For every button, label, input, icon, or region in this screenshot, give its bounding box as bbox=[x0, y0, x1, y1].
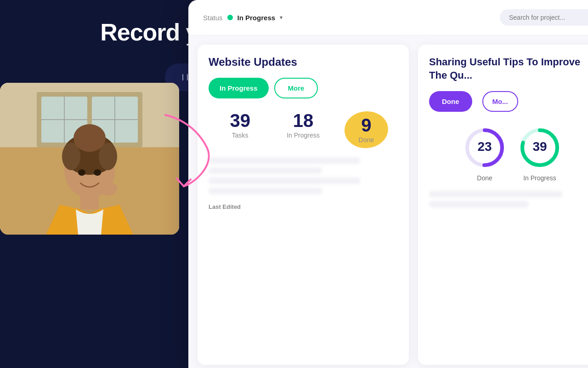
status-value: In Progress bbox=[237, 14, 276, 22]
status-filter[interactable]: Status In Progress ▾ bbox=[203, 14, 283, 22]
inprogress-number: 18 bbox=[271, 111, 334, 130]
inprogress-label: In Progress bbox=[271, 132, 334, 139]
circles-row: 23 Done 39 In Progress bbox=[429, 125, 588, 182]
done-circle-stat: 23 Done bbox=[462, 125, 508, 182]
blurred-row-2 bbox=[209, 167, 322, 174]
project-panel: Status In Progress ▾ Website Updates In … bbox=[188, 0, 588, 368]
svg-point-22 bbox=[78, 169, 85, 176]
webcam-card bbox=[0, 83, 179, 235]
done-label: Done bbox=[359, 136, 374, 144]
done-number: 9 bbox=[359, 116, 374, 134]
panel-body: Website Updates In Progress More 39 Task… bbox=[188, 35, 588, 368]
arrow-indicator bbox=[156, 110, 216, 193]
person-background bbox=[0, 83, 179, 235]
blurred-row-5 bbox=[429, 191, 562, 197]
search-input[interactable] bbox=[500, 9, 588, 26]
chevron-down-icon: ▾ bbox=[280, 14, 283, 21]
blurred-row-1 bbox=[209, 157, 360, 164]
in-progress-button[interactable]: In Progress bbox=[209, 78, 269, 98]
tasks-stat: 39 Tasks bbox=[209, 111, 271, 139]
svg-rect-24 bbox=[80, 196, 99, 209]
blurred-content-1 bbox=[209, 157, 398, 194]
card1-btn-group: In Progress More bbox=[209, 78, 398, 98]
project-title: Website Updates bbox=[209, 56, 398, 69]
inprogress-circle-stat: 39 In Progress bbox=[517, 125, 563, 182]
blurred-row-3 bbox=[209, 178, 360, 184]
website-updates-card: Website Updates In Progress More 39 Task… bbox=[198, 45, 409, 365]
done-circle-number: 23 bbox=[477, 140, 492, 154]
blurred-content-2 bbox=[429, 191, 588, 207]
stats-row: 39 Tasks 18 In Progress 9 Done bbox=[209, 111, 398, 148]
svg-rect-0 bbox=[182, 74, 183, 80]
tasks-label: Tasks bbox=[209, 132, 271, 139]
svg-rect-1 bbox=[187, 74, 188, 80]
inprogress-circle: 39 bbox=[517, 125, 563, 171]
svg-point-23 bbox=[94, 169, 101, 176]
done-circle-label: Done bbox=[477, 174, 492, 182]
inprogress-stat: 18 In Progress bbox=[271, 111, 334, 139]
blurred-row-4 bbox=[209, 188, 322, 194]
svg-point-25 bbox=[99, 182, 117, 196]
more-button[interactable]: More bbox=[274, 78, 318, 98]
card2-title: Sharing Useful Tips To Improve The Qu... bbox=[429, 56, 588, 82]
status-text-label: Status bbox=[203, 14, 223, 22]
blurred-row-6 bbox=[429, 201, 529, 207]
tasks-number: 39 bbox=[209, 111, 271, 130]
card2-btn-group: Done Mo... bbox=[429, 91, 588, 112]
last-edited-label: Last Edited bbox=[209, 203, 398, 210]
svg-point-21 bbox=[74, 124, 106, 152]
sharing-tips-card: Sharing Useful Tips To Improve The Qu...… bbox=[418, 45, 588, 365]
done-stat: 9 Done bbox=[335, 111, 398, 148]
status-dot-icon bbox=[227, 15, 233, 20]
inprogress-circle-number: 39 bbox=[532, 140, 547, 154]
headline-bold: Record bbox=[100, 19, 180, 46]
done-circle: 23 bbox=[462, 125, 508, 171]
done-button[interactable]: Done bbox=[429, 91, 472, 112]
more-button-2[interactable]: Mo... bbox=[482, 91, 518, 112]
inprogress-circle-label: In Progress bbox=[523, 174, 556, 182]
panel-header: Status In Progress ▾ bbox=[188, 0, 588, 35]
